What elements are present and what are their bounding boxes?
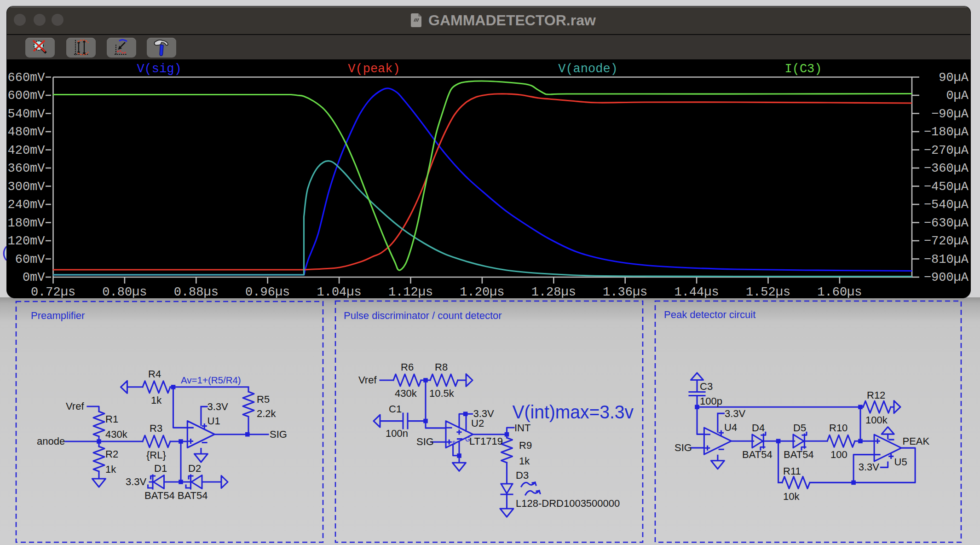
svg-text:D1: D1 [154,463,167,474]
svg-text:−180µA: −180µA [924,125,969,139]
svg-text:1.52µs: 1.52µs [746,285,790,298]
svg-text:PEAK: PEAK [903,435,930,447]
svg-text:0.72µs: 0.72µs [31,285,75,298]
svg-text:1k: 1k [105,464,116,475]
svg-text:V(int)max=3.3v: V(int)max=3.3v [513,402,634,423]
svg-text:1.12µs: 1.12µs [388,285,433,298]
svg-text:−810µA: −810µA [924,253,969,267]
svg-text:0µA: 0µA [946,89,968,103]
svg-text:1.44µs: 1.44µs [674,285,719,298]
svg-text:D5: D5 [793,422,806,434]
svg-text:BAT54 BAT54: BAT54 BAT54 [144,490,208,501]
svg-text:480mV: 480mV [7,125,45,139]
svg-text:−720µA: −720µA [924,234,969,248]
svg-text:1k: 1k [519,455,530,467]
svg-text:V(anode): V(anode) [558,62,618,76]
svg-text:600mV: 600mV [7,89,45,103]
svg-text:420mV: 420mV [7,144,45,157]
svg-text:R4: R4 [148,368,161,380]
svg-text:Pulse discriminator / count de: Pulse discriminator / count detector [344,310,502,321]
svg-text:U5: U5 [894,456,907,468]
svg-text:−360µA: −360µA [924,162,969,175]
svg-text:D2: D2 [188,463,201,474]
svg-text:SIG: SIG [270,429,287,440]
svg-text:1k: 1k [151,394,162,406]
svg-text:100: 100 [830,449,847,460]
svg-text:300mV: 300mV [7,180,45,194]
svg-text:R9: R9 [519,440,532,451]
svg-text:180mV: 180mV [7,216,45,230]
svg-text:C1: C1 [389,403,402,415]
svg-text:1.04µs: 1.04µs [317,285,361,298]
svg-text:3.3V: 3.3V [725,408,746,419]
svg-text:2.2k: 2.2k [257,408,277,419]
svg-text:60mV: 60mV [15,253,46,267]
svg-text:660mV: 660mV [7,71,45,85]
svg-text:3.3V: 3.3V [126,476,147,487]
svg-text:240mV: 240mV [7,198,45,212]
svg-text:R11: R11 [783,465,801,477]
svg-text:s: s [452,439,455,446]
svg-text:Preamplifier: Preamplifier [31,310,85,321]
svg-text:3.3V: 3.3V [208,401,229,412]
svg-text:100p: 100p [700,395,722,407]
svg-text:1.60µs: 1.60µs [817,285,862,298]
svg-text:R5: R5 [257,394,270,405]
svg-text:100n: 100n [386,428,408,439]
svg-text:V(sig): V(sig) [137,62,181,76]
svg-text:10k: 10k [783,491,800,502]
svg-text:430k: 430k [105,429,128,440]
svg-text:430k: 430k [395,388,417,399]
svg-text:3.3V: 3.3V [859,461,880,473]
svg-text:anode: anode [37,435,65,447]
svg-text:R8: R8 [435,361,448,373]
svg-text:V(peak): V(peak) [348,62,400,76]
svg-text:540mV: 540mV [7,107,45,121]
svg-text:SIG: SIG [674,442,692,453]
svg-text:0mV: 0mV [23,271,45,284]
svg-text:R1: R1 [105,413,118,425]
svg-text:L128-DRD1003500000: L128-DRD1003500000 [516,498,620,509]
svg-text:R3: R3 [150,423,162,434]
svg-text:−270µA: −270µA [924,144,969,157]
svg-text:360mV: 360mV [7,162,45,175]
svg-text:1.20µs: 1.20µs [460,285,504,298]
svg-text:Peak detector circuit: Peak detector circuit [664,309,755,320]
svg-text:Vref: Vref [358,374,377,386]
svg-text:SIG: SIG [416,436,434,447]
svg-text:90µA: 90µA [939,71,969,85]
svg-text:Av=1+(R5/R4): Av=1+(R5/R4) [181,375,241,385]
svg-text:I(C3): I(C3) [784,62,822,76]
svg-text:D4: D4 [752,422,765,434]
svg-text:10.5k: 10.5k [429,388,455,399]
svg-text:0.80µs: 0.80µs [102,285,147,298]
svg-text:U1: U1 [208,415,220,427]
svg-text:R12: R12 [867,389,885,401]
svg-text:U2: U2 [471,417,484,429]
svg-text:−90µA: −90µA [931,107,969,121]
svg-text:100k: 100k [865,414,888,426]
svg-text:−900µA: −900µA [924,271,969,284]
svg-text:120mV: 120mV [7,234,45,248]
svg-text:BAT54: BAT54 [784,449,814,460]
svg-text:1.36µs: 1.36µs [603,285,647,298]
svg-text:R2: R2 [105,448,118,460]
svg-text:LT1719: LT1719 [469,435,503,447]
svg-text:U4: U4 [724,422,737,433]
svg-text:−540µA: −540µA [924,198,969,212]
svg-text:1.28µs: 1.28µs [531,285,576,298]
svg-text:D3: D3 [516,470,529,481]
svg-text:R6: R6 [401,361,414,373]
svg-text:0.88µs: 0.88µs [174,285,219,298]
svg-text:INT: INT [514,422,530,434]
svg-text:C3: C3 [700,381,713,392]
svg-text:R10: R10 [829,422,847,434]
svg-text:−450µA: −450µA [924,180,969,194]
svg-text:0.96µs: 0.96µs [245,285,290,298]
svg-text:Vref: Vref [66,400,84,412]
svg-text:BAT54: BAT54 [742,449,772,460]
svg-text:{RL}: {RL} [146,449,166,461]
svg-text:−630µA: −630µA [924,216,969,230]
